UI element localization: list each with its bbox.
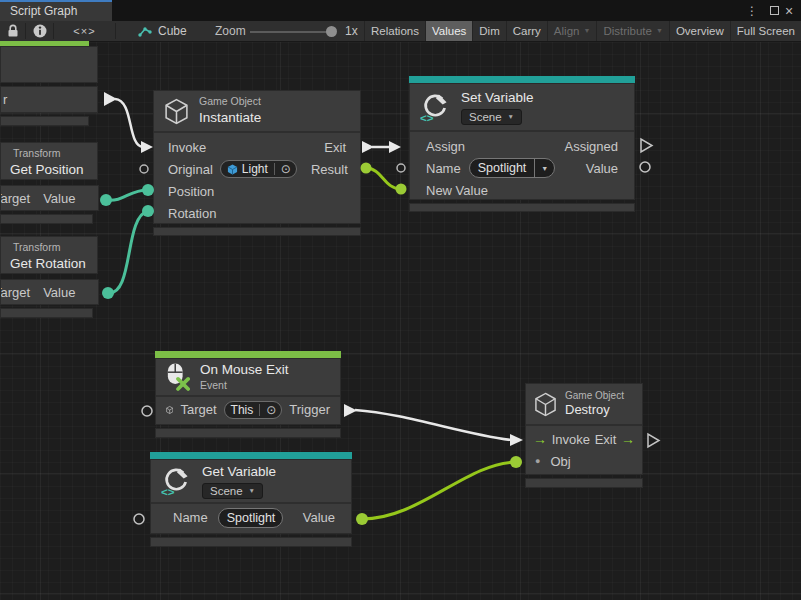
get-variable-node[interactable]: <> Get Variable Scene ▼ Name Spotlight ▼… [150, 459, 352, 534]
gameobject-icon [227, 164, 238, 175]
chevron-down-icon: ▼ [249, 487, 255, 494]
get-variable-value-label: Value [303, 510, 335, 525]
window-close-icon[interactable]: × [781, 0, 797, 21]
destroy-node[interactable]: Game Object Destroy → Invoke Exit → ● Ob… [525, 383, 643, 475]
get-rotation-node[interactable]: Transform Get Rotation [0, 236, 98, 274]
svg-text:<>: <> [420, 111, 434, 123]
tab-script-graph[interactable]: Script Graph [0, 0, 112, 21]
object-picker-icon[interactable]: ⊙ [266, 404, 276, 416]
get-position-node[interactable]: Transform Get Position [0, 142, 98, 180]
on-mouse-exit-subtitle: Event [200, 379, 289, 393]
original-object-field[interactable]: Light ⊙ [220, 160, 297, 178]
on-mouse-exit-node[interactable]: On Mouse Exit Event Target This ⊙ Trigge… [155, 358, 341, 425]
get-position-category: Transform [13, 147, 97, 161]
get-rotation-value-label: Value [43, 285, 75, 300]
graph-toolbar: <×> Cube Zoom 1x Relations Values Dim Ca… [0, 21, 801, 42]
set-variable-assigned-label: Assigned [565, 139, 618, 154]
get-rotation-ports-row[interactable]: Target Value [0, 279, 99, 305]
set-variable-node[interactable]: <> Set Variable Scene ▼ Assign Assigned … [409, 83, 635, 200]
get-variable-accent [150, 452, 352, 459]
get-position-node-footer [0, 214, 93, 224]
on-mouse-exit-trigger-label: Trigger [289, 402, 330, 417]
toolbar-toggle-group: Relations Values Dim Carry Align▼ Distri… [364, 21, 801, 41]
mouse-event-icon [166, 363, 190, 391]
get-position-value-label: Value [43, 191, 75, 206]
window-menu-icon[interactable]: ⋮ [745, 0, 759, 21]
distribute-dropdown[interactable]: Distribute▼ [596, 21, 669, 41]
graph-breadcrumb[interactable]: Cube [138, 21, 187, 41]
target-field-value: This [231, 403, 254, 417]
instantiate-position-label: Position [168, 184, 214, 199]
get-rotation-target-label: Target [0, 285, 30, 300]
instantiate-category: Game Object [199, 95, 261, 109]
object-picker-icon[interactable]: ⊙ [281, 163, 291, 175]
instantiate-title: Instantiate [199, 109, 261, 127]
get-position-ports-row[interactable]: Target Value [0, 185, 99, 211]
unity-visual-scripting-window: Script Graph ⋮ × <×> [0, 0, 801, 600]
original-field-value: Light [242, 162, 268, 176]
svg-text:<>: <> [161, 485, 175, 497]
destroy-invoke-label: Invoke [552, 432, 590, 447]
get-position-title: Get Position [10, 161, 97, 179]
destroy-exit-label: Exit [595, 432, 617, 447]
graph-canvas[interactable] [0, 42, 801, 600]
on-mouse-exit-node-footer [155, 428, 341, 438]
cube-icon [534, 392, 557, 417]
zoom-slider-knob[interactable] [326, 26, 337, 37]
instantiate-node[interactable]: Game Object Instantiate Invoke Exit Orig… [153, 90, 361, 224]
lock-button[interactable] [0, 21, 25, 41]
variable-icon: <> [161, 466, 190, 497]
get-variable-kind-dropdown[interactable]: Scene ▼ [202, 483, 263, 499]
chevron-down-icon: ▼ [583, 21, 590, 41]
zoom-label: Zoom [215, 21, 246, 41]
get-variable-name-label: Name [173, 510, 208, 525]
zoom-slider-track[interactable] [250, 31, 336, 33]
partial-event-node-header[interactable] [0, 46, 98, 83]
get-rotation-category: Transform [13, 241, 97, 255]
edit-code-button[interactable]: <×> [54, 21, 115, 41]
get-position-target-label: Target [0, 191, 30, 206]
set-variable-kind-dropdown[interactable]: Scene ▼ [461, 109, 522, 125]
destroy-category: Game Object [565, 389, 624, 402]
trigger-label-fragment: r [3, 92, 7, 107]
window-maximize-icon[interactable] [770, 0, 779, 21]
relations-button[interactable]: Relations [364, 21, 425, 41]
variable-icon: <> [420, 92, 449, 123]
align-dropdown[interactable]: Align▼ [547, 21, 597, 41]
info-icon [33, 24, 47, 38]
destroy-obj-label: Obj [550, 454, 570, 469]
flow-arrow-icon: → [533, 432, 547, 446]
full-screen-button[interactable]: Full Screen [730, 21, 801, 41]
flow-arrow-icon: → [621, 432, 635, 446]
field-divider [259, 404, 260, 416]
info-button[interactable] [26, 21, 53, 41]
set-variable-name-dropdown[interactable]: Spotlight ▼ [469, 158, 556, 178]
partial-event-node-footer [0, 116, 89, 126]
carry-button[interactable]: Carry [506, 21, 547, 41]
script-graph-icon [138, 25, 152, 37]
get-variable-node-footer [150, 537, 352, 547]
partial-event-node-row[interactable]: r [0, 86, 98, 113]
value-dot-icon: ● [535, 457, 540, 466]
chevron-down-icon: ▼ [535, 159, 554, 177]
field-divider [274, 163, 275, 175]
instantiate-original-label: Original [168, 162, 213, 177]
toolbar-separator [115, 23, 116, 39]
dim-button[interactable]: Dim [472, 21, 505, 41]
destroy-node-footer [525, 478, 643, 488]
instantiate-invoke-label: Invoke [168, 140, 206, 155]
tab-bar: Script Graph ⋮ × [0, 0, 801, 21]
overview-button[interactable]: Overview [669, 21, 730, 41]
get-variable-title: Get Variable [202, 463, 276, 481]
set-variable-accent [409, 76, 635, 83]
target-object-field[interactable]: This ⊙ [224, 401, 283, 419]
get-variable-name-dropdown[interactable]: Spotlight ▼ [218, 508, 283, 528]
set-variable-node-footer [409, 203, 635, 212]
values-button[interactable]: Values [425, 21, 472, 41]
instantiate-node-footer [153, 227, 361, 236]
get-rotation-title: Get Rotation [10, 255, 97, 273]
breadcrumb-target-label: Cube [158, 24, 187, 38]
cube-icon [164, 98, 189, 125]
instantiate-rotation-label: Rotation [168, 206, 216, 221]
on-mouse-exit-target-label: Target [180, 402, 216, 417]
